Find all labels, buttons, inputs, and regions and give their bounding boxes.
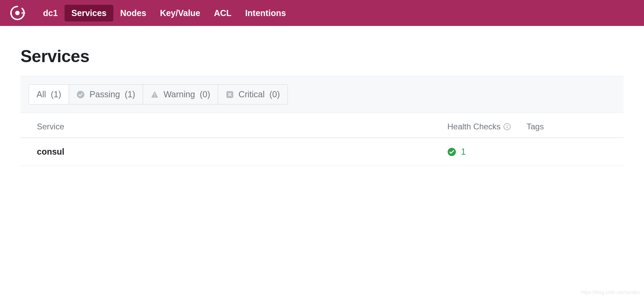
x-square-icon bbox=[226, 90, 234, 99]
datacenter-selector[interactable]: dc1 bbox=[36, 5, 65, 22]
info-icon[interactable] bbox=[503, 123, 511, 130]
service-name: consul bbox=[37, 147, 447, 157]
svg-point-4 bbox=[23, 14, 25, 16]
svg-point-5 bbox=[22, 9, 23, 10]
svg-point-7 bbox=[77, 91, 84, 98]
nav-services[interactable]: Services bbox=[65, 5, 113, 22]
svg-point-1 bbox=[22, 12, 23, 14]
filter-all-label: All bbox=[37, 89, 46, 99]
filter-tab-passing[interactable]: Passing (1) bbox=[69, 85, 143, 104]
table-header: Service Health Checks Tags bbox=[20, 113, 624, 138]
col-header-service[interactable]: Service bbox=[37, 122, 447, 131]
filter-critical-label: Critical bbox=[239, 89, 265, 99]
nav-acl[interactable]: ACL bbox=[207, 5, 238, 22]
filter-tab-warning[interactable]: Warning (0) bbox=[143, 85, 218, 104]
services-table: Service Health Checks Tags consul bbox=[20, 113, 624, 166]
svg-rect-13 bbox=[507, 126, 507, 128]
filter-critical-count: (0) bbox=[269, 89, 280, 99]
filter-tabs: All (1) Passing (1) bbox=[29, 84, 288, 104]
filter-warning-count: (0) bbox=[200, 89, 210, 99]
filter-warning-label: Warning bbox=[164, 89, 195, 99]
col-header-health: Health Checks bbox=[447, 122, 527, 131]
svg-point-12 bbox=[507, 125, 508, 126]
col-header-health-label: Health Checks bbox=[447, 122, 501, 131]
filter-tab-critical[interactable]: Critical (0) bbox=[218, 85, 288, 104]
svg-point-2 bbox=[23, 10, 25, 12]
nav-nodes[interactable]: Nodes bbox=[113, 5, 153, 22]
health-passing-count: 1 bbox=[461, 147, 466, 157]
nav-key-value[interactable]: Key/Value bbox=[153, 5, 207, 22]
service-health: 1 bbox=[447, 147, 527, 157]
table-row[interactable]: consul 1 bbox=[20, 138, 624, 166]
warning-triangle-icon bbox=[151, 90, 159, 99]
svg-point-0 bbox=[15, 11, 20, 15]
svg-point-9 bbox=[154, 96, 155, 97]
svg-point-3 bbox=[24, 12, 25, 14]
filter-passing-count: (1) bbox=[125, 89, 135, 99]
main-content: Services All (1) Passing (1) bbox=[0, 26, 644, 166]
col-header-tags[interactable]: Tags bbox=[527, 122, 615, 131]
filter-all-count: (1) bbox=[51, 89, 61, 99]
nav-list: dc1 Services Nodes Key/Value ACL Intenti… bbox=[36, 5, 293, 22]
page-title: Services bbox=[20, 46, 624, 66]
check-circle-icon bbox=[76, 90, 85, 99]
top-nav: dc1 Services Nodes Key/Value ACL Intenti… bbox=[0, 0, 644, 26]
filter-passing-label: Passing bbox=[89, 89, 120, 99]
consul-logo-icon bbox=[10, 5, 25, 21]
svg-rect-8 bbox=[154, 94, 155, 96]
filter-tab-all[interactable]: All (1) bbox=[29, 85, 69, 104]
filter-bar: All (1) Passing (1) bbox=[20, 76, 624, 113]
check-circle-icon bbox=[447, 147, 456, 156]
svg-point-6 bbox=[22, 16, 23, 17]
nav-intentions[interactable]: Intentions bbox=[238, 5, 293, 22]
